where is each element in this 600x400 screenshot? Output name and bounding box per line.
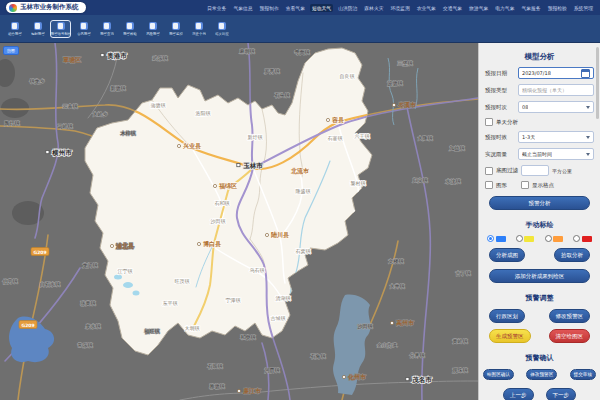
map-county-label: 博白县 [203, 240, 222, 248]
map-town-label: 三堡镇 [398, 60, 413, 66]
modify-warning-area-button-2[interactable]: 修改预警区 [526, 369, 557, 380]
modify-warning-area-button[interactable]: 修改预警区 [549, 309, 591, 323]
rain-row: 实况雨量 截止当前时间 [485, 148, 594, 160]
map-town-label: 乌石镇 [250, 267, 265, 274]
map-town-label: 石角镇 [311, 353, 326, 360]
map-town-label: 江宁镇 [118, 268, 133, 275]
warning-analysis-button[interactable]: 预警分析 [489, 196, 590, 210]
warning-confirm-title: 预警确认 [479, 353, 600, 363]
map-canvas[interactable]: 武乐镇麻垌镇寺面镇罗秀镇三堡镇自良镇波塘镇镇龙乡新塘镇石头镇蒲塘镇云表镇洛阳镇大… [0, 43, 478, 400]
color-swatch-red [582, 236, 592, 242]
menu-item-7[interactable]: 森林火灾 [362, 4, 385, 12]
county-marker [342, 375, 345, 378]
menu-item-11[interactable]: 旅游气象 [467, 4, 490, 12]
map-town-label: 文楼镇 [389, 258, 404, 264]
tab-5[interactable]: 预警查询 [96, 20, 117, 38]
single-day-label: 单天分析 [496, 119, 518, 126]
tab-10[interactable]: 临灾叫应 [211, 20, 232, 38]
draw-color-options [487, 235, 592, 242]
tab-7[interactable]: 风险预警 [142, 20, 163, 38]
menu-item-10[interactable]: 交通气象 [441, 4, 464, 12]
app-logo: 玉林市业务制作系统 [6, 2, 86, 13]
menu-item-14[interactable]: 预报检验 [546, 4, 569, 12]
filter-row: 底图过滤 平方公里 [485, 165, 594, 176]
tab-9[interactable]: 历史个例 [188, 20, 209, 38]
county-marker [265, 233, 268, 236]
forecast-time-row: 预报时次 08 [485, 101, 594, 113]
submit-review-button[interactable]: 提交审核 [570, 369, 596, 380]
filter-area-input[interactable] [521, 165, 549, 176]
validity-select[interactable]: 1-3天 [518, 131, 594, 143]
tab-6[interactable]: 预警检验 [119, 20, 140, 38]
map-town-label: 张黄镇 [81, 300, 96, 307]
menu-item-15[interactable]: 系统管理 [572, 4, 595, 12]
map-town-label: 石颈镇 [208, 363, 223, 370]
forecast-date-value: 2023/07/18 [522, 70, 551, 76]
tab-4[interactable]: 台风预警 [73, 20, 94, 38]
map-town-label: 归义镇 [413, 177, 428, 183]
generate-warning-area-button[interactable]: 生成预警区 [489, 329, 531, 343]
tab-1[interactable]: 组合预警 [4, 20, 25, 38]
document-icon [149, 22, 157, 30]
filter-checkbox[interactable] [485, 167, 493, 175]
map-city-label: 玉林市 [243, 162, 263, 170]
validity-value: 1-3天 [522, 134, 535, 140]
map-town-label: 观珠镇 [453, 367, 468, 374]
menu-item-6[interactable]: 山洪防治 [336, 4, 359, 12]
tab-2[interactable]: 短时预警 [27, 20, 48, 38]
map-county-label: 北流市 [290, 167, 309, 175]
road-badge-label: G209 [33, 250, 46, 255]
panel-scrollbar[interactable] [596, 47, 599, 119]
next-step-button[interactable]: 下一步 [546, 388, 577, 400]
single-day-row: 单天分析 [485, 118, 594, 126]
menu-item-5[interactable]: 短临天气 [310, 4, 333, 12]
rain-select[interactable]: 截止当前时间 [518, 148, 594, 160]
county-marker [392, 103, 395, 106]
menu-item-3[interactable]: 预报制作 [258, 4, 281, 12]
forecast-date-input[interactable]: 2023/07/18 [518, 67, 594, 79]
admin-region-button[interactable]: 行政区划 [489, 309, 525, 323]
document-icon [103, 22, 111, 30]
menu-item-8[interactable]: 环境监测 [389, 4, 412, 12]
draw-area-confirm-button[interactable]: 绘图区确认 [483, 369, 514, 380]
top-menu: 日常业务气象信息预报制作查看气象短临天气山洪防治森林火灾环境监测农业气象交通气象… [205, 4, 595, 12]
map-town-label: 新圩镇 [248, 134, 263, 140]
clear-draw-area-button[interactable]: 清空绘图区 [549, 329, 591, 343]
menu-item-9[interactable]: 农业气象 [415, 4, 438, 12]
grid-checkbox[interactable] [521, 181, 529, 189]
graphic-checkbox[interactable] [485, 181, 493, 189]
pick-analysis-button[interactable]: 拾取分析 [554, 248, 590, 262]
validity-row: 预报时效 1-3天 [485, 131, 594, 143]
menu-item-2[interactable]: 气象信息 [231, 4, 254, 12]
map-town-label: 石窝镇 [296, 248, 311, 255]
menu-item-13[interactable]: 气象服务 [519, 4, 542, 12]
previous-step-button[interactable]: 上一步 [503, 388, 534, 400]
calendar-icon[interactable] [581, 69, 590, 78]
draw-color-orange[interactable] [545, 235, 564, 242]
map-county-label: 浦北县 [115, 242, 135, 250]
map-layer-button[interactable]: 街图 [3, 46, 19, 55]
county-marker [326, 118, 329, 121]
map-town-label: 河唇镇 [265, 367, 280, 374]
menu-item-12[interactable]: 电力气象 [493, 4, 516, 12]
tab-3[interactable]: 预警信号制作 [50, 20, 71, 38]
draw-color-yellow[interactable] [516, 235, 535, 242]
menu-item-4[interactable]: 查看气象 [284, 4, 307, 12]
tab-8[interactable]: 预警监控 [165, 20, 186, 38]
map-town-label: 加益镇 [450, 145, 465, 151]
tab-label: 预警信号制作 [50, 31, 70, 35]
add-analysis-to-draw-button[interactable]: 添加分析成果到绘区 [489, 269, 590, 283]
draw-color-blue[interactable] [487, 235, 506, 242]
map-town-label: 武乐镇 [153, 55, 168, 61]
forecast-type-input[interactable]: 精细化预报（单天） [518, 84, 594, 96]
map-town-label: 古丁镇 [456, 270, 471, 276]
document-icon [126, 22, 134, 30]
document-icon [172, 22, 180, 30]
single-day-checkbox[interactable] [485, 118, 493, 126]
analysis-to-image-button[interactable]: 分析成图 [489, 248, 525, 262]
draw-color-red[interactable] [573, 235, 592, 242]
menu-item-1[interactable]: 日常业务 [205, 4, 228, 12]
adjust-row-2: 生成预警区 清空绘图区 [489, 329, 590, 343]
forecast-time-select[interactable]: 08 [518, 101, 594, 113]
city-marker [46, 151, 49, 154]
